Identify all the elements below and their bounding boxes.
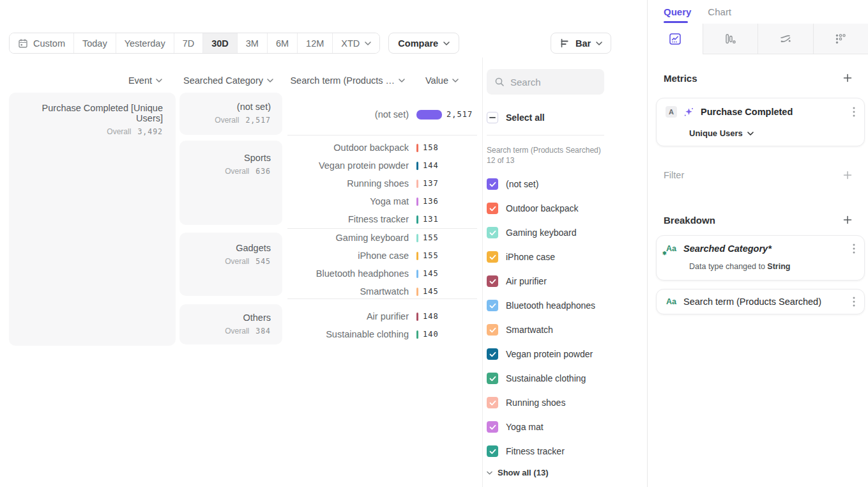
date-range-6m[interactable]: 6M — [267, 33, 297, 53]
category-name: (not set) — [191, 102, 271, 112]
checkbox-checked[interactable] — [487, 324, 498, 336]
date-range-xtd[interactable]: XTD — [332, 33, 379, 53]
checkbox-checked[interactable] — [487, 178, 498, 190]
date-range-yesterday[interactable]: Yesterday — [116, 33, 174, 53]
table-row[interactable]: Bluetooth headphones 145 — [287, 265, 477, 282]
search-icon — [494, 77, 505, 87]
search-term-label: Air purifier — [287, 311, 409, 321]
value-bar — [416, 234, 418, 242]
table-row[interactable]: Sustainable clothing 140 — [287, 325, 477, 343]
filter-list-item[interactable]: Sustainable clothing — [487, 372, 595, 385]
checkbox-checked[interactable] — [487, 421, 498, 433]
tab-retention[interactable] — [813, 24, 868, 54]
value-text: 148 — [423, 312, 439, 321]
value-bar — [416, 180, 418, 188]
table-row[interactable]: Fitness tracker 131 — [287, 210, 477, 228]
kebab-menu-icon[interactable] — [853, 107, 855, 117]
add-metric-button[interactable] — [842, 73, 853, 83]
date-range-label: 6M — [276, 38, 289, 49]
kebab-menu-icon[interactable] — [853, 297, 855, 307]
checkbox-indeterminate[interactable] — [487, 112, 498, 123]
table-row[interactable]: (not set) 2,517 — [287, 105, 477, 123]
table-row[interactable]: Vegan protein powder 144 — [287, 157, 477, 174]
event-cell[interactable]: Purchase Completed [Unique Users] Overal… — [9, 93, 176, 346]
filter-list-item[interactable]: Yoga mat — [487, 421, 595, 433]
breakdown-card-search-term[interactable]: Aa Search term (Products Searched) — [656, 289, 865, 314]
column-header-event[interactable]: Event — [9, 75, 162, 86]
value-text: 2,517 — [446, 110, 473, 119]
checkbox-checked[interactable] — [487, 275, 498, 287]
category-cell-others[interactable]: Others Overall384 — [179, 304, 282, 344]
date-range-30d[interactable]: 30D — [202, 33, 237, 53]
aggregation-selector[interactable]: Unique Users — [689, 128, 754, 138]
date-range-12m[interactable]: 12M — [297, 33, 332, 53]
chevron-down-icon — [487, 471, 492, 475]
checkbox-checked[interactable] — [487, 348, 498, 360]
checkbox-checked[interactable] — [487, 227, 498, 238]
tab-insights[interactable] — [648, 24, 703, 54]
checkbox-checked[interactable] — [487, 397, 498, 408]
filter-list-item[interactable]: Smartwatch — [487, 323, 595, 336]
metric-card[interactable]: A Purchase Completed Unique Users — [656, 98, 865, 146]
compare-button[interactable]: Compare — [388, 33, 459, 54]
tab-chart[interactable]: Chart — [708, 6, 731, 17]
search-term-label: Yoga mat — [287, 196, 409, 206]
app-window: Custom Today Yesterday 7D 30D 3M 6M 12M … — [0, 0, 868, 487]
table-row[interactable]: Yoga mat 136 — [287, 192, 477, 210]
table-row[interactable]: Smartwatch 145 — [287, 282, 477, 300]
table-row[interactable]: iPhone case 155 — [287, 247, 477, 265]
tab-query[interactable]: Query — [664, 6, 691, 17]
filter-list-item[interactable]: Running shoes — [487, 396, 595, 409]
checkbox-checked[interactable] — [487, 373, 498, 384]
column-header-searched-category[interactable]: Searched Category — [179, 75, 273, 86]
search-term-label: iPhone case — [287, 251, 409, 261]
date-range-7d[interactable]: 7D — [174, 33, 203, 53]
filter-item-label: Air purifier — [506, 276, 547, 286]
overall-value: 2,517 — [245, 116, 271, 125]
show-all-button[interactable]: Show all (13) — [487, 468, 548, 477]
filter-list-item[interactable]: iPhone case — [487, 251, 595, 263]
search-box[interactable] — [487, 69, 604, 95]
breakdown-card-searched-category[interactable]: Aa✱ Searched Category* Data type changed… — [656, 235, 865, 281]
filter-list-item[interactable]: Bluetooth headphones — [487, 299, 595, 312]
column-header-value[interactable]: Value — [415, 75, 459, 86]
chart-type-selector[interactable]: Bar — [551, 33, 611, 54]
checkbox-checked[interactable] — [487, 251, 498, 263]
category-cell-sports[interactable]: Sports Overall636 — [179, 141, 282, 225]
category-cell-gadgets[interactable]: Gadgets Overall545 — [179, 233, 282, 296]
select-all-row[interactable]: Select all — [487, 111, 545, 124]
table-row[interactable]: Running shoes 137 — [287, 174, 477, 192]
filter-list-item[interactable]: (not set) — [487, 178, 595, 190]
filter-list-item[interactable]: Vegan protein powder — [487, 348, 595, 360]
date-range-today[interactable]: Today — [73, 33, 116, 53]
checkbox-checked[interactable] — [487, 445, 498, 457]
table-row[interactable]: Gaming keyboard 155 — [287, 229, 477, 247]
table-row[interactable]: Outdoor backpack 158 — [287, 139, 477, 157]
category-cell-not-set[interactable]: (not set) Overall2,517 — [179, 93, 282, 135]
kebab-menu-icon[interactable] — [853, 244, 855, 254]
tab-flows[interactable] — [758, 24, 813, 54]
checkbox-checked[interactable] — [487, 300, 498, 311]
filter-list-item[interactable]: Outdoor backpack — [487, 202, 595, 215]
column-header-search-term[interactable]: Search term (Products … — [287, 75, 405, 86]
filter-list-item[interactable]: Fitness tracker — [487, 445, 595, 458]
date-range-label: Yesterday — [125, 38, 165, 49]
add-breakdown-button[interactable] — [842, 215, 853, 225]
checkbox-checked[interactable] — [487, 203, 498, 214]
filter-item-label: Outdoor backpack — [506, 203, 579, 213]
value-bar — [416, 110, 442, 120]
chevron-down-icon — [443, 42, 450, 45]
filter-item-list: (not set) Outdoor backpack Gaming keyboa… — [487, 178, 595, 458]
search-input[interactable] — [510, 77, 597, 88]
tab-funnels[interactable] — [703, 24, 758, 54]
add-filter-button[interactable] — [842, 170, 853, 180]
chevron-down-icon — [596, 42, 602, 45]
event-sparkle-icon — [683, 107, 694, 118]
date-range-custom[interactable]: Custom — [10, 33, 73, 53]
value-text: 140 — [423, 330, 439, 339]
filter-item-label: Running shoes — [506, 398, 565, 408]
filter-list-item[interactable]: Air purifier — [487, 275, 595, 288]
date-range-3m[interactable]: 3M — [237, 33, 267, 53]
filter-list-item[interactable]: Gaming keyboard — [487, 226, 595, 239]
table-row[interactable]: Air purifier 148 — [287, 307, 477, 325]
